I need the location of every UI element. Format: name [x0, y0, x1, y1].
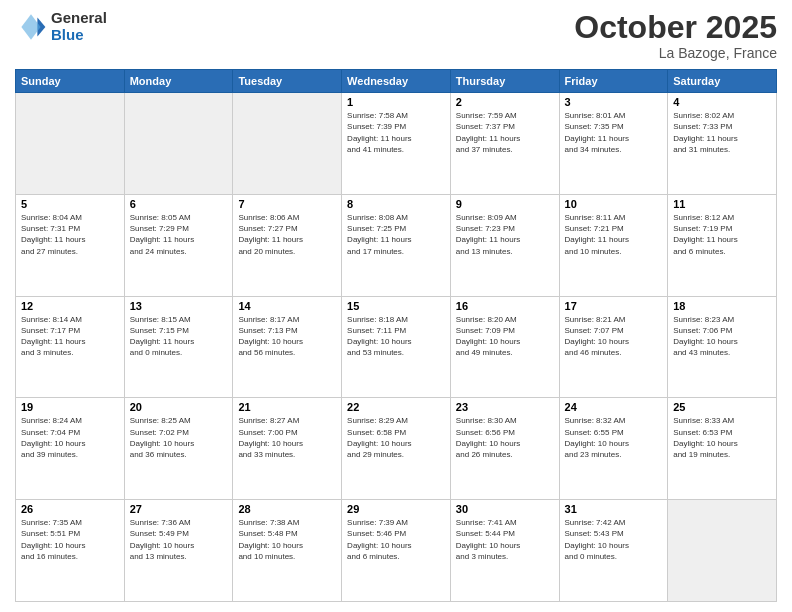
- table-row: 10Sunrise: 8:11 AM Sunset: 7:21 PM Dayli…: [559, 194, 668, 296]
- header-friday: Friday: [559, 70, 668, 93]
- calendar-week-row: 5Sunrise: 8:04 AM Sunset: 7:31 PM Daylig…: [16, 194, 777, 296]
- day-info: Sunrise: 8:06 AM Sunset: 7:27 PM Dayligh…: [238, 212, 336, 257]
- day-number: 14: [238, 300, 336, 312]
- title-block: October 2025 La Bazoge, France: [574, 10, 777, 61]
- logo: General Blue: [15, 10, 107, 43]
- table-row: 19Sunrise: 8:24 AM Sunset: 7:04 PM Dayli…: [16, 398, 125, 500]
- header-saturday: Saturday: [668, 70, 777, 93]
- table-row: 9Sunrise: 8:09 AM Sunset: 7:23 PM Daylig…: [450, 194, 559, 296]
- header-sunday: Sunday: [16, 70, 125, 93]
- day-info: Sunrise: 7:39 AM Sunset: 5:46 PM Dayligh…: [347, 517, 445, 562]
- day-number: 29: [347, 503, 445, 515]
- calendar-table: Sunday Monday Tuesday Wednesday Thursday…: [15, 69, 777, 602]
- day-number: 2: [456, 96, 554, 108]
- table-row: 25Sunrise: 8:33 AM Sunset: 6:53 PM Dayli…: [668, 398, 777, 500]
- logo-icon: [15, 11, 47, 43]
- day-number: 31: [565, 503, 663, 515]
- calendar-week-row: 26Sunrise: 7:35 AM Sunset: 5:51 PM Dayli…: [16, 500, 777, 602]
- day-number: 21: [238, 401, 336, 413]
- day-info: Sunrise: 8:04 AM Sunset: 7:31 PM Dayligh…: [21, 212, 119, 257]
- day-info: Sunrise: 8:12 AM Sunset: 7:19 PM Dayligh…: [673, 212, 771, 257]
- day-number: 5: [21, 198, 119, 210]
- table-row: 22Sunrise: 8:29 AM Sunset: 6:58 PM Dayli…: [342, 398, 451, 500]
- header-tuesday: Tuesday: [233, 70, 342, 93]
- header-thursday: Thursday: [450, 70, 559, 93]
- location: La Bazoge, France: [574, 45, 777, 61]
- day-info: Sunrise: 8:05 AM Sunset: 7:29 PM Dayligh…: [130, 212, 228, 257]
- table-row: 1Sunrise: 7:58 AM Sunset: 7:39 PM Daylig…: [342, 93, 451, 195]
- calendar-week-row: 12Sunrise: 8:14 AM Sunset: 7:17 PM Dayli…: [16, 296, 777, 398]
- day-info: Sunrise: 8:29 AM Sunset: 6:58 PM Dayligh…: [347, 415, 445, 460]
- day-number: 1: [347, 96, 445, 108]
- day-info: Sunrise: 7:36 AM Sunset: 5:49 PM Dayligh…: [130, 517, 228, 562]
- day-number: 22: [347, 401, 445, 413]
- table-row: 23Sunrise: 8:30 AM Sunset: 6:56 PM Dayli…: [450, 398, 559, 500]
- day-number: 25: [673, 401, 771, 413]
- table-row: 28Sunrise: 7:38 AM Sunset: 5:48 PM Dayli…: [233, 500, 342, 602]
- day-number: 6: [130, 198, 228, 210]
- day-number: 28: [238, 503, 336, 515]
- day-info: Sunrise: 7:38 AM Sunset: 5:48 PM Dayligh…: [238, 517, 336, 562]
- day-number: 17: [565, 300, 663, 312]
- day-number: 13: [130, 300, 228, 312]
- day-info: Sunrise: 8:30 AM Sunset: 6:56 PM Dayligh…: [456, 415, 554, 460]
- day-number: 27: [130, 503, 228, 515]
- table-row: [124, 93, 233, 195]
- table-row: 13Sunrise: 8:15 AM Sunset: 7:15 PM Dayli…: [124, 296, 233, 398]
- calendar-week-row: 19Sunrise: 8:24 AM Sunset: 7:04 PM Dayli…: [16, 398, 777, 500]
- calendar-header-row: Sunday Monday Tuesday Wednesday Thursday…: [16, 70, 777, 93]
- day-info: Sunrise: 8:01 AM Sunset: 7:35 PM Dayligh…: [565, 110, 663, 155]
- table-row: 31Sunrise: 7:42 AM Sunset: 5:43 PM Dayli…: [559, 500, 668, 602]
- day-info: Sunrise: 7:35 AM Sunset: 5:51 PM Dayligh…: [21, 517, 119, 562]
- day-number: 11: [673, 198, 771, 210]
- day-info: Sunrise: 7:59 AM Sunset: 7:37 PM Dayligh…: [456, 110, 554, 155]
- day-info: Sunrise: 8:18 AM Sunset: 7:11 PM Dayligh…: [347, 314, 445, 359]
- day-info: Sunrise: 8:20 AM Sunset: 7:09 PM Dayligh…: [456, 314, 554, 359]
- day-number: 30: [456, 503, 554, 515]
- day-number: 20: [130, 401, 228, 413]
- day-info: Sunrise: 8:21 AM Sunset: 7:07 PM Dayligh…: [565, 314, 663, 359]
- table-row: 27Sunrise: 7:36 AM Sunset: 5:49 PM Dayli…: [124, 500, 233, 602]
- day-number: 4: [673, 96, 771, 108]
- table-row: 12Sunrise: 8:14 AM Sunset: 7:17 PM Dayli…: [16, 296, 125, 398]
- table-row: 11Sunrise: 8:12 AM Sunset: 7:19 PM Dayli…: [668, 194, 777, 296]
- table-row: 15Sunrise: 8:18 AM Sunset: 7:11 PM Dayli…: [342, 296, 451, 398]
- day-number: 8: [347, 198, 445, 210]
- day-info: Sunrise: 8:02 AM Sunset: 7:33 PM Dayligh…: [673, 110, 771, 155]
- day-number: 18: [673, 300, 771, 312]
- day-number: 19: [21, 401, 119, 413]
- table-row: 6Sunrise: 8:05 AM Sunset: 7:29 PM Daylig…: [124, 194, 233, 296]
- table-row: 20Sunrise: 8:25 AM Sunset: 7:02 PM Dayli…: [124, 398, 233, 500]
- table-row: 29Sunrise: 7:39 AM Sunset: 5:46 PM Dayli…: [342, 500, 451, 602]
- day-number: 26: [21, 503, 119, 515]
- calendar-week-row: 1Sunrise: 7:58 AM Sunset: 7:39 PM Daylig…: [16, 93, 777, 195]
- day-info: Sunrise: 8:08 AM Sunset: 7:25 PM Dayligh…: [347, 212, 445, 257]
- table-row: 18Sunrise: 8:23 AM Sunset: 7:06 PM Dayli…: [668, 296, 777, 398]
- day-number: 15: [347, 300, 445, 312]
- table-row: 17Sunrise: 8:21 AM Sunset: 7:07 PM Dayli…: [559, 296, 668, 398]
- header-monday: Monday: [124, 70, 233, 93]
- day-number: 12: [21, 300, 119, 312]
- logo-text: General Blue: [51, 10, 107, 43]
- table-row: 21Sunrise: 8:27 AM Sunset: 7:00 PM Dayli…: [233, 398, 342, 500]
- day-info: Sunrise: 8:11 AM Sunset: 7:21 PM Dayligh…: [565, 212, 663, 257]
- page: General Blue October 2025 La Bazoge, Fra…: [0, 0, 792, 612]
- table-row: 3Sunrise: 8:01 AM Sunset: 7:35 PM Daylig…: [559, 93, 668, 195]
- header: General Blue October 2025 La Bazoge, Fra…: [15, 10, 777, 61]
- day-number: 10: [565, 198, 663, 210]
- table-row: 30Sunrise: 7:41 AM Sunset: 5:44 PM Dayli…: [450, 500, 559, 602]
- table-row: 24Sunrise: 8:32 AM Sunset: 6:55 PM Dayli…: [559, 398, 668, 500]
- table-row: 4Sunrise: 8:02 AM Sunset: 7:33 PM Daylig…: [668, 93, 777, 195]
- day-info: Sunrise: 8:14 AM Sunset: 7:17 PM Dayligh…: [21, 314, 119, 359]
- day-info: Sunrise: 8:15 AM Sunset: 7:15 PM Dayligh…: [130, 314, 228, 359]
- day-info: Sunrise: 7:42 AM Sunset: 5:43 PM Dayligh…: [565, 517, 663, 562]
- day-info: Sunrise: 8:32 AM Sunset: 6:55 PM Dayligh…: [565, 415, 663, 460]
- table-row: [16, 93, 125, 195]
- day-info: Sunrise: 8:33 AM Sunset: 6:53 PM Dayligh…: [673, 415, 771, 460]
- day-info: Sunrise: 7:41 AM Sunset: 5:44 PM Dayligh…: [456, 517, 554, 562]
- table-row: [233, 93, 342, 195]
- table-row: 14Sunrise: 8:17 AM Sunset: 7:13 PM Dayli…: [233, 296, 342, 398]
- day-info: Sunrise: 7:58 AM Sunset: 7:39 PM Dayligh…: [347, 110, 445, 155]
- table-row: 16Sunrise: 8:20 AM Sunset: 7:09 PM Dayli…: [450, 296, 559, 398]
- table-row: 7Sunrise: 8:06 AM Sunset: 7:27 PM Daylig…: [233, 194, 342, 296]
